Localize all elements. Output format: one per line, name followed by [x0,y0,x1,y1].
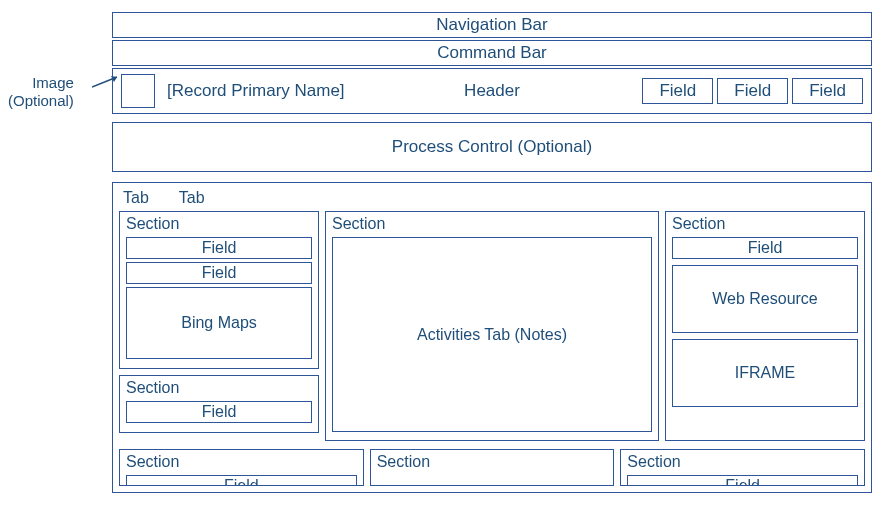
section-left-bottom: Section Field [119,375,319,433]
header-bar: [Record Primary Name] Header Field Field… [112,68,872,114]
callout-line1: Image [32,74,74,91]
header-fields-group: Field Field Field [642,78,863,104]
section-title: Section [375,452,610,472]
tab-strip: Tab Tab [119,189,865,211]
activities-tab: Activities Tab (Notes) [332,237,652,432]
field-row: Field [126,237,312,259]
header-field-2: Field [717,78,788,104]
field-row: Field [126,262,312,284]
section-title: Section [124,452,359,472]
section-row2-middle: Section [370,449,615,486]
section-row2-left: Section Field [119,449,364,486]
section-title: Section [124,214,314,234]
bing-maps-control: Bing Maps [126,287,312,359]
section-row2-right: Section Field [620,449,865,486]
iframe-control: IFRAME [672,339,858,407]
wireframe-container: Navigation Bar Command Bar [Record Prima… [112,12,872,493]
tab-1: Tab [123,189,149,207]
section-title: Section [625,452,860,472]
image-optional-callout: Image (Optional) [8,74,74,110]
record-image-placeholder [121,74,155,108]
section-middle: Section Activities Tab (Notes) [325,211,659,441]
form-body: Tab Tab Section Field Field Bing Maps Se… [112,182,872,493]
header-label: Header [464,81,520,101]
section-title: Section [124,378,314,398]
callout-line2: (Optional) [8,92,74,109]
field-row: Field [126,475,357,486]
record-primary-name: [Record Primary Name] [167,81,345,101]
web-resource-control: Web Resource [672,265,858,333]
section-left-top: Section Field Field Bing Maps [119,211,319,369]
header-field-3: Field [792,78,863,104]
field-row: Field [672,237,858,259]
command-bar: Command Bar [112,40,872,66]
navigation-bar: Navigation Bar [112,12,872,38]
field-row: Field [627,475,858,486]
section-title: Section [330,214,654,234]
field-row: Field [126,401,312,423]
tab-2: Tab [179,189,205,207]
section-right: Section Field Web Resource IFRAME [665,211,865,441]
header-field-1: Field [642,78,713,104]
section-title: Section [670,214,860,234]
process-control: Process Control (Optional) [112,122,872,172]
